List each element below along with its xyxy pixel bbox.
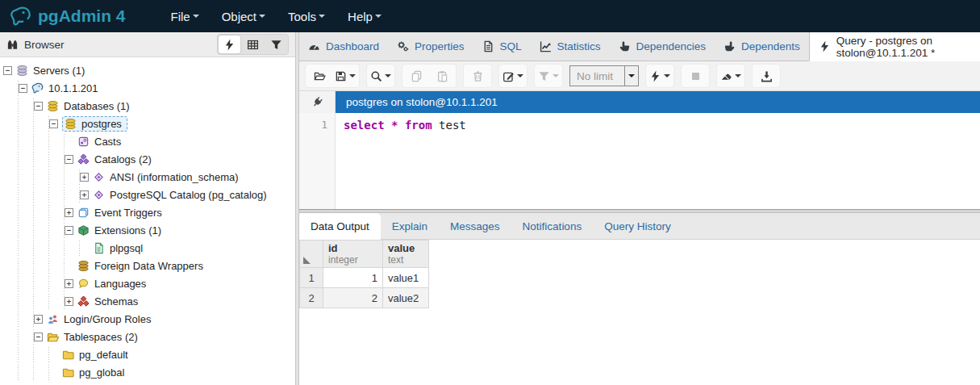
editor-line-numbers: 1 xyxy=(299,113,336,209)
tree-item-label: 10.1.1.201 xyxy=(47,82,99,95)
expander-minus-icon[interactable]: − xyxy=(65,226,73,235)
tree-item-10-1-1-201[interactable]: −10.1.1.201 xyxy=(3,79,295,97)
column-header-id[interactable]: idinteger xyxy=(323,241,383,268)
trash-icon xyxy=(472,70,484,82)
tree-item-foreign-data-wrappers[interactable]: Foreign Data Wrappers xyxy=(3,257,295,274)
tab-label: Properties xyxy=(415,40,465,52)
tree-indent xyxy=(3,150,65,168)
tree-item-databases-1[interactable]: −Databases (1) xyxy=(3,97,295,115)
copy-button xyxy=(406,66,427,86)
editor-code[interactable]: select * from test xyxy=(336,113,980,209)
code-line[interactable]: select * from test xyxy=(344,116,980,134)
tab-sql[interactable]: SQL xyxy=(473,32,531,61)
filter-button xyxy=(538,66,559,86)
cell-id[interactable]: 2 xyxy=(323,288,383,308)
tree-item-login-group-roles[interactable]: +Login/Group Roles xyxy=(3,310,295,328)
funnel-icon xyxy=(270,39,282,51)
main-tabbar: DashboardPropertiesSQLStatisticsDependen… xyxy=(299,32,980,61)
catalog-icon xyxy=(93,171,105,183)
open-file-button[interactable] xyxy=(309,66,330,86)
tree-item-catalogs-2[interactable]: −Catalogs (2) xyxy=(3,150,295,168)
tree-indent xyxy=(3,310,34,328)
tree-item-pg-default[interactable]: pg_default xyxy=(3,345,295,363)
extension-icon xyxy=(77,224,90,236)
row-number-cell[interactable]: 2 xyxy=(300,288,323,308)
select-all-corner-cell[interactable] xyxy=(300,241,323,268)
menu-label: Object xyxy=(222,10,256,23)
execute-button[interactable] xyxy=(649,66,670,86)
tab-query[interactable]: Query - postgres on stolon@10.1.1.201 * xyxy=(809,32,980,61)
column-header-value[interactable]: valuetext xyxy=(383,241,429,268)
tree-item-languages[interactable]: +Languages xyxy=(3,274,295,292)
menubar-item-object[interactable]: Object xyxy=(211,0,277,32)
expander-plus-icon[interactable]: + xyxy=(80,190,89,199)
menubar-item-tools[interactable]: Tools xyxy=(277,0,336,32)
tree-item-casts[interactable]: Casts xyxy=(3,132,295,150)
column-name: value xyxy=(388,242,423,254)
gears-icon xyxy=(397,40,409,52)
tree-indent xyxy=(3,257,65,274)
expander-minus-icon[interactable]: − xyxy=(3,66,12,75)
expander-minus-icon[interactable]: − xyxy=(65,155,73,164)
expander-plus-icon[interactable]: + xyxy=(65,279,73,288)
cell-value[interactable]: value2 xyxy=(383,288,429,308)
tab-dashboard[interactable]: Dashboard xyxy=(299,32,388,61)
toolbar-group xyxy=(498,64,528,88)
folder-icon xyxy=(62,366,74,379)
expander-minus-icon[interactable]: − xyxy=(34,333,43,341)
download-button[interactable] xyxy=(756,66,777,86)
grid-icon xyxy=(247,39,259,51)
output-tab-notifications[interactable]: Notifications xyxy=(511,213,594,239)
toolbar-group xyxy=(752,64,781,88)
tree-item-schemas[interactable]: +Schemas xyxy=(3,292,295,310)
menubar-item-file[interactable]: File xyxy=(160,0,211,32)
paste-icon xyxy=(436,70,448,82)
tree-item-extensions-1[interactable]: −Extensions (1) xyxy=(3,221,295,239)
row-limit-dropdown-button[interactable] xyxy=(624,66,638,86)
save-icon xyxy=(335,70,347,82)
output-tab-explain[interactable]: Explain xyxy=(381,213,439,239)
tree-item-pg-global[interactable]: pg_global xyxy=(3,363,295,381)
expander-plus-icon[interactable]: + xyxy=(80,173,89,182)
open-folder-icon xyxy=(314,70,326,82)
tab-label: Statistics xyxy=(557,40,601,52)
expander-plus-icon[interactable]: + xyxy=(34,315,43,324)
output-tab-messages[interactable]: Messages xyxy=(439,213,511,239)
expander-minus-icon[interactable]: − xyxy=(49,119,58,128)
row-number-cell[interactable]: 1 xyxy=(300,268,323,288)
tree-item-postgresql-catalog-pg-catalog[interactable]: +PostgreSQL Catalog (pg_catalog) xyxy=(3,186,295,203)
sql-token xyxy=(398,119,404,132)
top-menubar: pgAdmin 4 FileObjectToolsHelp xyxy=(0,0,980,32)
find-button[interactable] xyxy=(370,66,391,86)
expander-plus-icon[interactable]: + xyxy=(65,297,73,306)
save-button[interactable] xyxy=(335,66,356,86)
tree-indent xyxy=(3,79,19,97)
row-limit-select[interactable]: No limit xyxy=(569,65,639,86)
tree-item-tablespaces-2[interactable]: −Tablespaces (2) xyxy=(3,328,295,345)
bolt-icon xyxy=(649,70,661,82)
output-tab-data-output[interactable]: Data Output xyxy=(299,213,381,240)
expander-minus-icon[interactable]: − xyxy=(19,84,27,93)
expander-minus-icon[interactable]: − xyxy=(34,102,43,111)
quick-search-button[interactable] xyxy=(219,36,240,53)
expander-plus-icon[interactable]: + xyxy=(65,208,73,217)
edit-button[interactable] xyxy=(503,66,523,86)
tab-properties[interactable]: Properties xyxy=(388,32,473,61)
server-stack-icon xyxy=(16,65,28,77)
clear-button[interactable] xyxy=(720,66,741,86)
tree-item-event-triggers[interactable]: +Event Triggers xyxy=(3,203,295,221)
tab-statistics[interactable]: Statistics xyxy=(531,32,610,61)
menubar-item-help[interactable]: Help xyxy=(336,0,393,32)
sql-editor[interactable]: 1 select * from test xyxy=(299,113,980,209)
tree-item-ansi-information-schema[interactable]: +ANSI (information_schema) xyxy=(3,168,295,186)
tree-item-postgres[interactable]: −postgres xyxy=(3,115,295,132)
plug-icon xyxy=(311,96,323,108)
tab-dependencies[interactable]: Dependencies xyxy=(610,32,715,61)
tab-dependents[interactable]: Dependents xyxy=(715,32,809,61)
cell-value[interactable]: value1 xyxy=(383,268,429,288)
cell-id[interactable]: 1 xyxy=(323,268,383,288)
tree-item-servers-1[interactable]: −Servers (1) xyxy=(3,61,295,79)
results-grid: idintegervaluetext11value122value2 xyxy=(299,240,429,308)
tree-item-plpgsql[interactable]: plpgsql xyxy=(3,239,295,257)
output-tab-query-history[interactable]: Query History xyxy=(593,213,682,239)
